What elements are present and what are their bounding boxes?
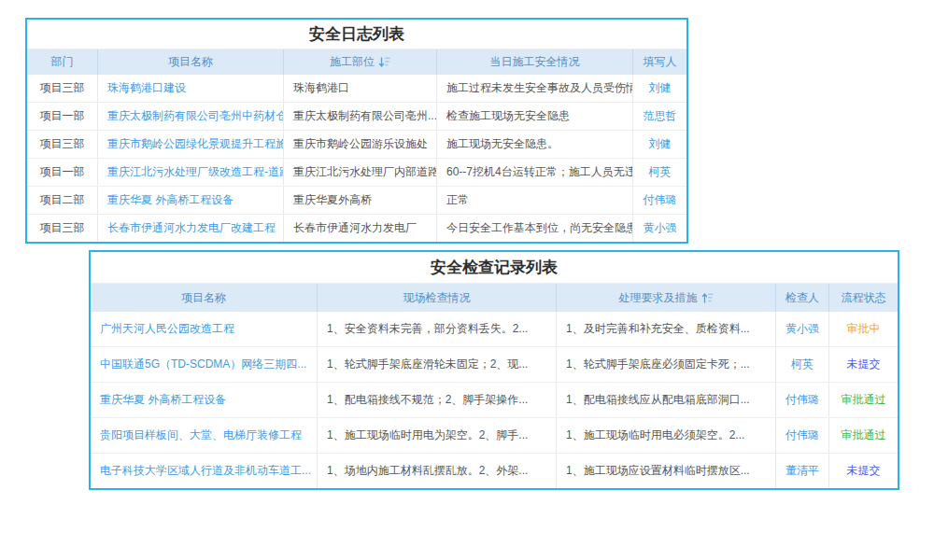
project-link[interactable]: 重庆江北污水处理厂级改造工程-道路... <box>98 159 284 186</box>
column-header-construction-part[interactable]: 施工部位 <box>284 49 437 75</box>
project-link[interactable]: 电子科技大学区域人行道及非机动车道工... <box>91 454 318 488</box>
column-header-daily-safety: 当日施工安全情况 <box>437 49 633 75</box>
situation-cell: 施工过程未发生安全事故及人员受伤情况 <box>437 75 633 102</box>
measures-cell: 1、轮式脚手架底座必须固定卡死；... <box>557 347 776 382</box>
status-badge: 审批中 <box>829 312 898 346</box>
department-cell: 项目二部 <box>27 187 98 214</box>
table-row: 电子科技大学区域人行道及非机动车道工... 1、场地内施工材料乱摆乱放。2、外架… <box>91 454 898 488</box>
project-link[interactable]: 重庆华夏 外高桥工程设备 <box>91 383 318 417</box>
department-cell: 项目三部 <box>27 131 98 158</box>
safety-check-table: 安全检查记录列表 项目名称 现场检查情况 处理要求及措施 检查人 流程状态 广州… <box>89 250 899 490</box>
department-cell: 项目一部 <box>27 159 98 186</box>
safety-log-title: 安全日志列表 <box>27 20 686 49</box>
table-row: 重庆华夏 外高桥工程设备 1、配电箱接线不规范；2、脚手架操作... 1、配电箱… <box>91 383 898 418</box>
column-header-project-name: 项目名称 <box>98 49 284 75</box>
measures-cell: 1、施工现场临时用电必须架空。2... <box>557 418 776 453</box>
table-row: 贵阳项目样板间、大堂、电梯厅装修工程 1、施工现场临时用电为架空。2、脚手...… <box>91 418 898 454</box>
inspection-cell: 1、轮式脚手架底座滑轮未固定；2、现... <box>318 347 557 382</box>
project-link[interactable]: 长春市伊通河水力发电厂改建工程 <box>98 215 284 242</box>
department-cell: 项目一部 <box>27 103 98 130</box>
writer-link[interactable]: 柯英 <box>633 159 686 186</box>
table-row: 中国联通5G（TD-SCDMA）网络三期四... 1、轮式脚手架底座滑轮未固定；… <box>91 347 898 383</box>
measures-cell: 1、及时完善和补充安全、质检资料... <box>557 312 776 346</box>
measures-cell: 1、施工现场应设置材料临时摆放区... <box>557 454 776 488</box>
column-header-project-name: 项目名称 <box>91 284 318 312</box>
table-row: 广州天河人民公园改造工程 1、安全资料未完善，部分资料丢失。2... 1、及时完… <box>91 312 898 347</box>
column-header-site-inspection: 现场检查情况 <box>318 284 557 312</box>
inspector-link[interactable]: 付伟璐 <box>776 418 829 453</box>
location-cell: 珠海鹤港口 <box>284 75 437 102</box>
inspector-link[interactable]: 付伟璐 <box>776 383 829 417</box>
sort-ascending-icon[interactable] <box>701 292 714 304</box>
project-link[interactable]: 重庆华夏 外高桥工程设备 <box>98 187 284 214</box>
safety-log-table: 安全日志列表 部门 项目名称 施工部位 当日施工安全情况 填写人 项目三部 珠海… <box>25 18 688 244</box>
project-link[interactable]: 贵阳项目样板间、大堂、电梯厅装修工程 <box>91 418 318 453</box>
department-cell: 项目三部 <box>27 75 98 102</box>
project-link[interactable]: 重庆太极制药有限公司亳州中药材仓... <box>98 103 284 130</box>
status-badge: 审批通过 <box>829 418 898 453</box>
writer-link[interactable]: 范思哲 <box>633 103 686 130</box>
safety-check-title: 安全检查记录列表 <box>91 252 898 284</box>
inspector-link[interactable]: 黄小强 <box>776 312 829 346</box>
column-header-writer: 填写人 <box>633 49 686 75</box>
inspector-link[interactable]: 董清平 <box>776 454 829 488</box>
location-cell: 重庆市鹅岭公园游乐设施处 <box>284 131 437 158</box>
column-header-department: 部门 <box>27 49 98 75</box>
writer-link[interactable]: 付伟璐 <box>633 187 686 214</box>
location-cell: 重庆太极制药有限公司亳州... <box>284 103 437 130</box>
status-badge: 未提交 <box>829 347 898 382</box>
writer-link[interactable]: 黄小强 <box>633 215 686 242</box>
inspection-cell: 1、施工现场临时用电为架空。2、脚手... <box>318 418 557 453</box>
table-row: 项目三部 重庆市鹅岭公园绿化景观提升工程施工 重庆市鹅岭公园游乐设施处 施工现场… <box>27 131 686 159</box>
situation-cell: 正常 <box>437 187 633 214</box>
location-cell: 重庆华夏外高桥 <box>284 187 437 214</box>
column-header-measures[interactable]: 处理要求及措施 <box>557 284 776 312</box>
table-row: 项目一部 重庆太极制药有限公司亳州中药材仓... 重庆太极制药有限公司亳州...… <box>27 103 686 131</box>
writer-link[interactable]: 刘健 <box>633 75 686 102</box>
status-badge: 审批通过 <box>829 383 898 417</box>
inspection-cell: 1、安全资料未完善，部分资料丢失。2... <box>318 312 557 346</box>
location-cell: 长春市伊通河水力发电厂 <box>284 215 437 242</box>
situation-cell: 施工现场无安全隐患。 <box>437 131 633 158</box>
measures-cell: 1、配电箱接线应从配电箱底部洞口... <box>557 383 776 417</box>
table-row: 项目三部 长春市伊通河水力发电厂改建工程 长春市伊通河水力发电厂 今日安全工作基… <box>27 215 686 242</box>
safety-log-header-row: 部门 项目名称 施工部位 当日施工安全情况 填写人 <box>27 49 686 75</box>
situation-cell: 检查施工现场无安全隐患 <box>437 103 633 130</box>
status-badge: 未提交 <box>829 454 898 488</box>
column-header-process-status: 流程状态 <box>829 284 898 312</box>
project-link[interactable]: 广州天河人民公园改造工程 <box>91 312 318 346</box>
table-row: 项目一部 重庆江北污水处理厂级改造工程-道路... 重庆江北污水处理厂内部道路 … <box>27 159 686 187</box>
project-link[interactable]: 中国联通5G（TD-SCDMA）网络三期四... <box>91 347 318 382</box>
table-row: 项目三部 珠海鹤港口建设 珠海鹤港口 施工过程未发生安全事故及人员受伤情况 刘健 <box>27 75 686 103</box>
writer-link[interactable]: 刘健 <box>633 131 686 158</box>
situation-cell: 60--7挖机4台运转正常；施工人员无违... <box>437 159 633 186</box>
inspector-link[interactable]: 柯英 <box>776 347 829 382</box>
department-cell: 项目三部 <box>27 215 98 242</box>
location-cell: 重庆江北污水处理厂内部道路 <box>284 159 437 186</box>
project-link[interactable]: 重庆市鹅岭公园绿化景观提升工程施工 <box>98 131 284 158</box>
sort-descending-icon[interactable] <box>378 56 390 68</box>
safety-check-header-row: 项目名称 现场检查情况 处理要求及措施 检查人 流程状态 <box>91 284 898 312</box>
project-link[interactable]: 珠海鹤港口建设 <box>98 75 284 102</box>
table-row: 项目二部 重庆华夏 外高桥工程设备 重庆华夏外高桥 正常 付伟璐 <box>27 187 686 215</box>
column-header-inspector: 检查人 <box>776 284 829 312</box>
situation-cell: 今日安全工作基本到位，尚无安全隐患... <box>437 215 633 242</box>
inspection-cell: 1、配电箱接线不规范；2、脚手架操作... <box>318 383 557 417</box>
inspection-cell: 1、场地内施工材料乱摆乱放。2、外架... <box>318 454 557 488</box>
